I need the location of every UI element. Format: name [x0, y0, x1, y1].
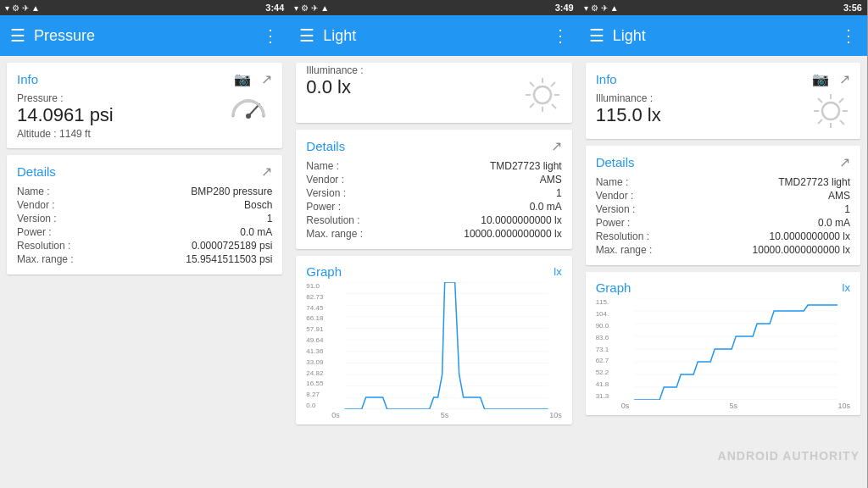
detail-label: Max. range : [17, 253, 74, 265]
share-icon-details-2[interactable]: ↗ [551, 138, 562, 154]
y-label: 74.45 [306, 304, 330, 312]
camera-icon-3[interactable]: 📷 [812, 71, 829, 87]
graph-svg-3 [621, 298, 850, 400]
menu-icon-2[interactable]: ☰ [299, 25, 314, 46]
wifi-icon-2: ✈ [311, 3, 318, 13]
detail-label: Max. range : [596, 244, 653, 256]
share-icon-details-3[interactable]: ↗ [839, 154, 850, 170]
illuminance-label-3: Illuminance : [596, 92, 661, 104]
sun-icon-3 [812, 92, 850, 130]
y-label: 8.27 [306, 391, 330, 398]
y-label: 52.2 [596, 369, 620, 376]
detail-row: Vendor :AMS [596, 189, 850, 202]
y-label: 57.91 [306, 325, 330, 333]
status-bar-1: ▾ ⚙ ✈ ▲ 3:44 [0, 0, 289, 15]
pressure-phone: ▾ ⚙ ✈ ▲ 3:44 ☰ Pressure ⋮ Info 📷 ↗ [0, 0, 289, 488]
status-icons-left-2: ▾ ⚙ ✈ ▲ [294, 3, 329, 13]
details-title-1: Details [17, 164, 56, 179]
detail-value: TMD27723 light [778, 176, 850, 188]
more-icon-1[interactable]: ⋮ [262, 25, 279, 46]
svg-line-11 [551, 82, 555, 86]
illuminance-label-2: Illuminance : [306, 64, 561, 76]
details-rows-1: Name :BMP280 pressureVendor :BoschVersio… [17, 185, 272, 266]
more-icon-3[interactable]: ⋮ [840, 25, 857, 46]
svg-point-3 [246, 114, 251, 119]
graph-card-3: Graph lx 115.104.90.083.673.162.752.241.… [586, 272, 860, 415]
detail-row: Vendor :AMS [306, 173, 561, 186]
detail-label: Power : [17, 226, 52, 238]
detail-label: Name : [17, 186, 50, 197]
content-1: Info 📷 ↗ Pressure : 14.0961 psi Altitude… [0, 56, 289, 488]
app-title-1: Pressure [34, 27, 262, 45]
settings-icon-3: ⚙ [591, 3, 598, 13]
info-values-1: Pressure : 14.0961 psi Altitude : 1149 f… [17, 92, 114, 140]
app-bar-3: ☰ Light ⋮ [579, 15, 867, 56]
status-time-1: 3:44 [265, 3, 284, 13]
detail-label: Power : [596, 217, 631, 229]
x-label: 5s [730, 402, 738, 410]
signal-icon-3: ▲ [610, 3, 619, 13]
bluetooth-icon: ▾ [5, 3, 9, 13]
details-title-3: Details [596, 155, 635, 169]
wifi-icon-3: ✈ [601, 3, 608, 13]
info-row-1: Pressure : 14.0961 psi Altitude : 1149 f… [17, 92, 272, 140]
detail-label: Name : [306, 160, 339, 172]
detail-value: 0.0 mA [530, 201, 562, 213]
info-card-header-1: Info 📷 ↗ [17, 71, 272, 87]
x-label: 10s [549, 411, 562, 419]
detail-label: Version : [596, 203, 636, 215]
y-label: 83.6 [596, 334, 620, 341]
status-bar-3: ▾ ⚙ ✈ ▲ 3:56 [579, 0, 867, 15]
details-title-2: Details [306, 139, 345, 153]
share-icon-details-1[interactable]: ↗ [261, 164, 272, 180]
detail-row: Resolution :10.0000000000 lx [306, 214, 561, 227]
menu-icon-1[interactable]: ☰ [10, 25, 25, 46]
detail-label: Resolution : [17, 240, 70, 252]
signal-icon-2: ▲ [320, 3, 329, 13]
detail-row: Max. range :15.9541511503 psi [17, 252, 272, 266]
y-label: 66.18 [306, 314, 330, 322]
bluetooth-icon-2: ▾ [294, 3, 298, 13]
detail-value: Bosch [244, 199, 272, 211]
details-rows-3: Name :TMD27723 lightVendor :AMSVersion :… [596, 175, 850, 257]
svg-line-30 [818, 98, 822, 103]
y-label: 33.09 [306, 358, 330, 366]
content-2: Illuminance : 0.0 lx [289, 56, 578, 488]
detail-value: AMS [540, 174, 562, 186]
info-card-3: Info 📷 ↗ Illuminance : 115.0 lx [586, 63, 860, 139]
content-3: Info 📷 ↗ Illuminance : 115.0 lx [579, 56, 867, 488]
graph-svg-2 [331, 282, 561, 409]
detail-row: Vendor :Bosch [17, 198, 272, 212]
detail-row: Name :TMD27723 light [306, 159, 561, 173]
svg-line-9 [530, 82, 534, 86]
detail-value: AMS [828, 190, 850, 202]
detail-value: 1 [556, 187, 562, 199]
detail-label: Resolution : [596, 230, 649, 242]
svg-line-33 [818, 119, 822, 124]
share-icon-3[interactable]: ↗ [839, 71, 850, 87]
altitude-label: Altitude : 1149 ft [17, 128, 114, 140]
graph-title-2: Graph [306, 264, 342, 279]
camera-icon-1[interactable]: 📷 [234, 71, 251, 87]
detail-row: Power :0.0 mA [596, 216, 850, 230]
detail-label: Name : [596, 176, 629, 188]
details-card-3: Details ↗ Name :TMD27723 lightVendor :AM… [586, 146, 860, 265]
app-title-2: Light [323, 27, 551, 45]
menu-icon-3[interactable]: ☰ [589, 25, 604, 46]
detail-row: Max. range :10000.0000000000 lx [596, 243, 850, 257]
detail-label: Vendor : [306, 174, 344, 186]
graph-unit-3: lx [843, 281, 850, 294]
panel-pressure: ▾ ⚙ ✈ ▲ 3:44 ☰ Pressure ⋮ Info 📷 ↗ [0, 0, 289, 488]
detail-value: 0.0 mA [240, 226, 272, 238]
share-icon-1[interactable]: ↗ [261, 71, 272, 87]
app-bar-2: ☰ Light ⋮ [289, 15, 578, 56]
status-icons-left-1: ▾ ⚙ ✈ ▲ [5, 3, 40, 13]
detail-value: 1 [267, 213, 273, 225]
x-label: 5s [441, 411, 449, 419]
graph-header-3: Graph lx [596, 280, 850, 295]
y-label: 0.0 [306, 402, 330, 409]
detail-value: 0.0000725189 psi [192, 240, 272, 252]
more-icon-2[interactable]: ⋮ [552, 25, 569, 46]
status-icons-left-3: ▾ ⚙ ✈ ▲ [584, 3, 619, 13]
pressure-value: 14.0961 psi [17, 104, 114, 126]
